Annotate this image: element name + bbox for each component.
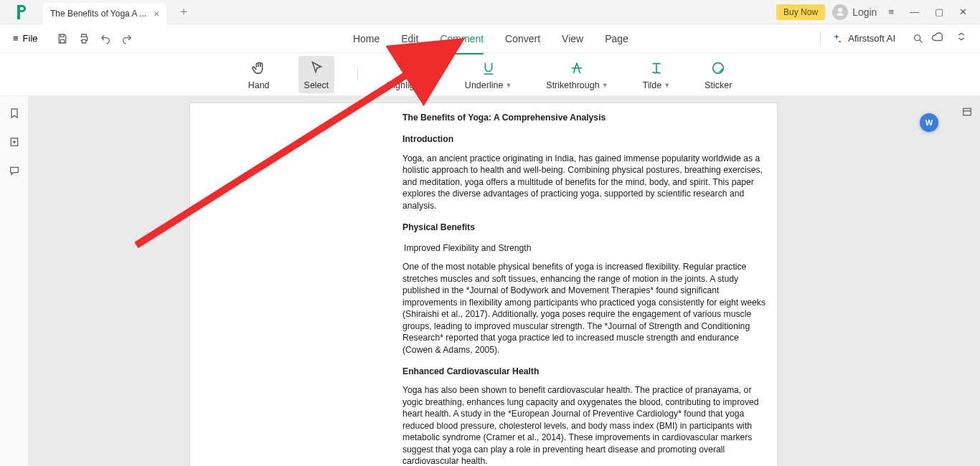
sub-heading: Enhanced Cardiovascular Health — [402, 366, 770, 377]
redo-icon[interactable] — [121, 33, 133, 44]
new-tab-button[interactable]: ＋ — [175, 1, 192, 22]
nav-comment[interactable]: Comment — [440, 27, 484, 50]
content-area: W The Benefits of Yoga: A Comprehensive … — [0, 96, 980, 466]
sub-heading: Improved Flexibility and Strength — [402, 242, 770, 254]
right-icons — [931, 31, 980, 47]
sparkle-icon — [831, 33, 842, 44]
highlight-icon — [401, 59, 417, 77]
chevron-down-icon[interactable]: ▼ — [424, 82, 430, 89]
login-button[interactable]: Login — [832, 4, 877, 20]
hamburger-icon: ≡ — [13, 33, 19, 44]
nav-edit[interactable]: Edit — [401, 27, 418, 50]
login-label: Login — [852, 6, 877, 18]
tab-close-icon[interactable]: × — [154, 8, 159, 19]
document-page[interactable]: The Benefits of Yoga: A Comprehensive An… — [190, 103, 777, 466]
menu-icon[interactable]: ≡ — [888, 6, 894, 17]
file-menu-button[interactable]: ≡ File — [0, 33, 51, 44]
app-logo — [11, 1, 32, 23]
badge-label: W — [925, 118, 933, 127]
section-heading: Physical Benefits — [402, 222, 770, 233]
save-icon[interactable] — [57, 33, 68, 44]
tool-label: Tilde — [643, 80, 662, 90]
ai-label: Afirstsoft AI — [848, 33, 895, 44]
close-icon[interactable]: ✕ — [959, 6, 967, 17]
tilde-tool[interactable]: Tilde▼ — [637, 56, 677, 93]
nav-view[interactable]: View — [562, 27, 583, 50]
bookmark-icon[interactable] — [9, 108, 20, 122]
tab-title: The Benefits of Yoga A ... — [50, 9, 146, 19]
add-page-icon[interactable] — [9, 136, 20, 151]
svg-point-0 — [839, 40, 842, 42]
tool-label: Hand — [248, 80, 270, 90]
paragraph: Yoga, an ancient practice originating in… — [402, 153, 770, 211]
strikethrough-icon — [569, 59, 585, 77]
strikethrough-tool[interactable]: Strikethrough▼ — [540, 56, 613, 93]
right-sidebar — [954, 96, 980, 466]
nav-home[interactable]: Home — [353, 27, 380, 50]
section-heading: Introduction — [402, 133, 770, 145]
toolbar: Hand Select Highlight▼ Underline▼ Strike… — [0, 53, 980, 96]
titlebar: The Benefits of Yoga A ... × ＋ Buy Now L… — [0, 0, 980, 24]
document-tab[interactable]: The Benefits of Yoga A ... × — [43, 3, 166, 24]
window-controls: ≡ — ▢ ✕ — [888, 6, 980, 17]
hand-icon — [251, 59, 267, 77]
svg-rect-4 — [963, 108, 971, 115]
chevron-down-icon[interactable]: ▼ — [602, 82, 608, 89]
tilde-icon — [649, 59, 664, 77]
cursor-icon — [308, 59, 324, 77]
chevron-down-icon[interactable]: ▼ — [505, 82, 512, 89]
main-nav: Home Edit Comment Convert View Page — [161, 27, 821, 50]
nav-convert[interactable]: Convert — [505, 27, 540, 50]
underline-tool[interactable]: Underline▼ — [459, 56, 517, 93]
sticker-tool[interactable]: Sticker — [699, 56, 738, 93]
tool-label: Strikethrough — [546, 80, 599, 90]
search-icon[interactable] — [905, 33, 931, 44]
minimize-icon[interactable]: — — [910, 6, 919, 17]
comment-icon[interactable] — [9, 165, 20, 179]
panel-icon[interactable] — [961, 106, 973, 120]
tool-label: Select — [304, 80, 329, 90]
left-sidebar — [0, 96, 29, 466]
tool-label: Underline — [465, 80, 504, 90]
paragraph: Yoga has also been shown to benefit card… — [402, 384, 770, 466]
hand-tool[interactable]: Hand — [242, 56, 275, 93]
ai-button[interactable]: Afirstsoft AI — [821, 33, 905, 44]
tool-label: Sticker — [705, 80, 732, 90]
print-icon[interactable] — [78, 33, 90, 44]
svg-point-2 — [713, 62, 724, 73]
word-export-badge[interactable]: W — [920, 113, 938, 132]
underline-icon — [481, 59, 496, 77]
navbar: ≡ File Home Edit Comment Convert View Pa… — [0, 24, 980, 53]
svg-point-1 — [915, 34, 920, 40]
maximize-icon[interactable]: ▢ — [935, 6, 943, 17]
select-tool[interactable]: Select — [298, 56, 335, 93]
undo-icon[interactable] — [100, 33, 111, 44]
tool-label: Highlight — [387, 80, 422, 90]
expand-icon[interactable] — [956, 31, 967, 47]
sticker-icon — [710, 59, 726, 77]
quick-actions — [51, 33, 161, 44]
doc-title: The Benefits of Yoga: A Comprehensive An… — [402, 112, 770, 123]
document-content: The Benefits of Yoga: A Comprehensive An… — [402, 112, 770, 466]
chevron-down-icon[interactable]: ▼ — [664, 82, 670, 89]
buy-now-button[interactable]: Buy Now — [776, 4, 825, 20]
nav-page[interactable]: Page — [605, 27, 628, 50]
file-label: File — [23, 33, 38, 44]
avatar-icon — [832, 4, 848, 20]
cloud-icon[interactable] — [931, 31, 944, 47]
highlight-tool[interactable]: Highlight▼ — [381, 56, 436, 93]
paragraph: One of the most notable physical benefit… — [402, 261, 770, 356]
